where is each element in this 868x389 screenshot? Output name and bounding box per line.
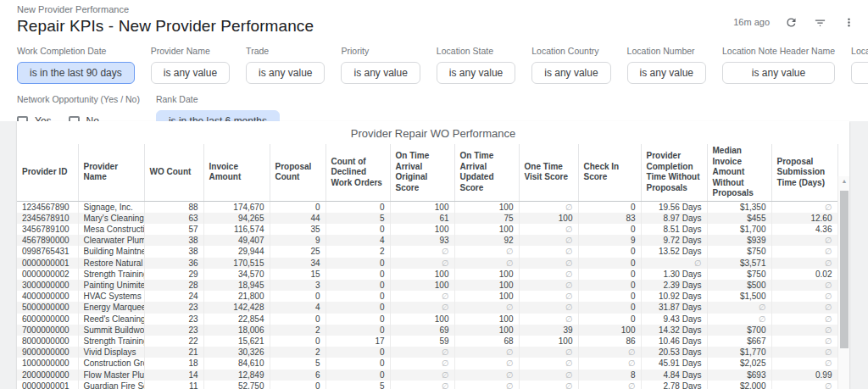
column-header-provider-name[interactable]: Provider Name — [78, 144, 144, 201]
table-cell: 0000000001 — [17, 381, 78, 389]
table-cell: 92 — [454, 235, 519, 246]
table-cell: $2,000 — [707, 381, 771, 389]
table-cell: ∅ — [771, 314, 837, 325]
table-row: 3000000000Painting Unimited2818,94530100… — [17, 280, 837, 291]
filter-chip-location-note-header-value[interactable]: is any value — [851, 62, 868, 84]
table-row: 1000000000Construction Group1884,61050∅∅… — [17, 358, 837, 369]
table-cell: Summit Buildworks — [78, 325, 144, 336]
table-row: 9000000000Vivid Displays2130,32620∅∅∅∅20… — [17, 347, 837, 358]
column-header-on-time-arrival-original-score[interactable]: On Time Arrival Original Score — [390, 144, 454, 201]
table-cell: Restore Natural Ston — [78, 258, 144, 269]
table-cell: 36 — [144, 258, 203, 269]
filter-chip-priority[interactable]: is any value — [341, 62, 420, 84]
column-header-proposal-submission-time-days[interactable]: Proposal Submission Time (Days) — [771, 144, 837, 201]
table-cell: 30,326 — [203, 347, 270, 358]
page-header: New Provider Performance Repair KPIs - N… — [0, 0, 868, 36]
table-cell: ∅ — [771, 258, 837, 269]
filter-label: Location State — [437, 46, 515, 56]
column-header-proposal-count[interactable]: Proposal Count — [270, 144, 326, 201]
table-cell: 29,944 — [203, 246, 270, 257]
filter-chip-work-completion-date[interactable]: is in the last 90 days — [17, 62, 135, 84]
table-cell: 15 — [270, 269, 326, 280]
table-cell: 100 — [454, 201, 519, 213]
filter-chip-trade[interactable]: is any value — [246, 62, 325, 84]
table-cell: 61 — [390, 213, 454, 224]
filter-chip-location-country[interactable]: is any value — [531, 62, 610, 84]
column-header-wo-count[interactable]: WO Count — [144, 144, 203, 201]
filter-chip-location-note-header-name[interactable]: is any value — [722, 62, 835, 84]
table-cell: ∅ — [771, 246, 837, 257]
column-header-check-in-score[interactable]: Check In Score — [578, 144, 641, 201]
filter-list-icon[interactable] — [812, 14, 827, 30]
table-cell: 0 — [326, 224, 390, 235]
table-cell: 0 — [578, 280, 641, 291]
table-cell: ∅ — [519, 358, 578, 369]
table-cell: 39 — [519, 325, 578, 336]
table-cell: 100 — [454, 314, 519, 325]
table-cell: 0 — [326, 302, 390, 313]
table-cell: Mary's Cleaning — [78, 213, 144, 224]
table-row: 0000000002Strength Training2934,57015010… — [17, 269, 837, 280]
table-cell: ∅ — [707, 302, 771, 313]
column-header-invoice-amount[interactable]: Invoice Amount — [203, 144, 270, 201]
table-cell: 0 — [326, 358, 390, 369]
table-row: 7000000000Summit Buildworks2318,00620691… — [17, 325, 837, 336]
table-cell: 2.78 Days — [641, 381, 707, 389]
table-cell: 94,265 — [203, 213, 270, 224]
table-cell: Reed's Cleaning LTD — [78, 314, 144, 325]
column-header-median-invoice-amount-without-proposals[interactable]: Median Invoice Amount Without Proposals — [707, 144, 771, 201]
refresh-icon[interactable] — [783, 14, 798, 30]
table-cell: 18,006 — [203, 325, 270, 336]
filter-label: Location Note Header Name — [722, 46, 835, 56]
table-cell: ∅ — [771, 302, 837, 313]
filter-label: Work Completion Date — [17, 46, 135, 56]
table-cell: 100 — [454, 291, 519, 302]
table-cell: 100 — [390, 280, 454, 291]
filter-label: Rank Date — [156, 94, 280, 104]
kebab-menu-icon[interactable] — [841, 14, 856, 30]
scrollbar-thumb[interactable] — [840, 191, 849, 348]
table-cell: ∅ — [771, 347, 837, 358]
table-cell: 68 — [454, 336, 519, 347]
table-header-row: Provider IDProvider NameWO CountInvoice … — [17, 144, 837, 201]
filter-group-location-country: Location Countryis any value — [531, 46, 610, 84]
column-header-one-time-visit-score[interactable]: One Time Visit Score — [519, 144, 578, 201]
table-cell: ∅ — [771, 336, 837, 347]
vertical-scrollbar[interactable]: ▲ — [837, 176, 849, 389]
table-cell: 45.91 Days — [641, 358, 707, 369]
column-header-on-time-arrival-updated-score[interactable]: On Time Arrival Updated Score — [454, 144, 519, 201]
filter-chip-location-number[interactable]: is any value — [627, 62, 706, 84]
table-cell: ∅ — [519, 291, 578, 302]
table-cell: 52,750 — [203, 381, 270, 389]
table-cell: 22 — [144, 336, 203, 347]
table-cell: 23 — [144, 325, 203, 336]
table-cell: 0 — [326, 347, 390, 358]
table-cell: ∅ — [454, 302, 519, 313]
table-cell: 0 — [270, 201, 326, 213]
table-cell: 83 — [578, 213, 641, 224]
table-cell: ∅ — [641, 258, 707, 269]
filter-group-location-note-header-name: Location Note Header Nameis any value — [722, 46, 835, 84]
table-cell: 10.46 Days — [641, 336, 707, 347]
table-cell: 0 — [326, 258, 390, 269]
table-cell: 38 — [144, 235, 203, 246]
column-header-provider-id[interactable]: Provider ID — [17, 144, 78, 201]
table-cell: 44 — [270, 213, 326, 224]
table-cell: $1,500 — [707, 291, 771, 302]
table-cell: 0 — [578, 269, 641, 280]
breadcrumb[interactable]: New Provider Performance — [17, 4, 868, 14]
filter-chip-location-state[interactable]: is any value — [437, 62, 515, 84]
filters-row-1: Work Completion Dateis in the last 90 da… — [0, 46, 868, 84]
table-cell: 49,407 — [203, 235, 270, 246]
column-header-provider-completion-time-without-proposals[interactable]: Provider Completion Time Without Proposa… — [641, 144, 707, 201]
filter-chip-provider-name[interactable]: is any value — [151, 62, 230, 84]
table-cell: 0000000001 — [17, 258, 78, 269]
table-cell: 19.56 Days — [641, 201, 707, 213]
column-header-count-of-declined-work-orders[interactable]: Count of Declined Work Orders — [326, 144, 390, 201]
table-cell: 0 — [326, 314, 390, 325]
scroll-up-icon[interactable]: ▲ — [838, 178, 849, 184]
table-cell: Guardian Fire Servic — [78, 381, 144, 389]
table-cell: 100 — [519, 213, 578, 224]
table-cell: ∅ — [519, 235, 578, 246]
table-cell: 116,574 — [203, 224, 270, 235]
